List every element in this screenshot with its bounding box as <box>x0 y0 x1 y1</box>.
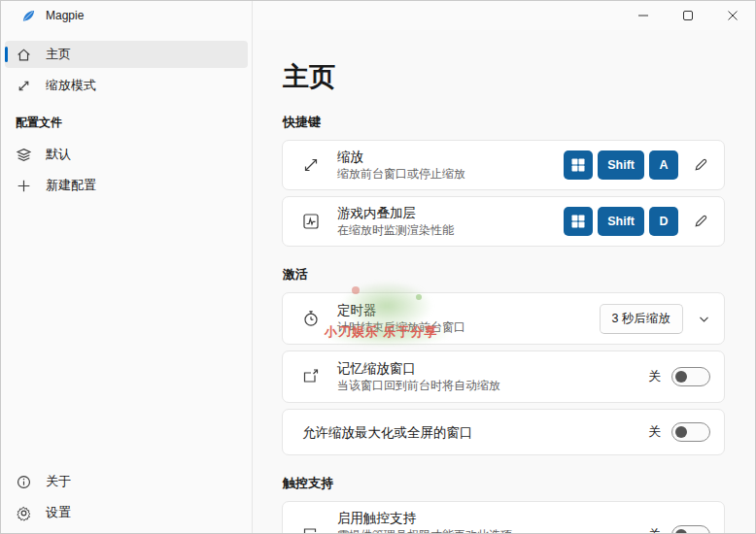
info-icon <box>16 474 32 490</box>
setting-card-remember-window: 记忆缩放窗口 当该窗口回到前台时将自动缩放 关 <box>282 350 725 403</box>
sidebar-panel: Magpie 主页 缩放模式 配置文件 <box>1 1 253 533</box>
close-button[interactable] <box>710 1 755 30</box>
card-title: 定时器 <box>337 302 465 318</box>
sidebar-item-label: 缩放模式 <box>46 77 96 94</box>
shift-key-badge: Shift <box>598 150 644 180</box>
enable-touch-toggle[interactable] <box>671 525 710 533</box>
toggle-state-label: 关 <box>648 526 661 533</box>
sidebar-item-label: 关于 <box>46 473 71 490</box>
main-content: 主页 快捷键 缩放 缩放前台窗口或停止缩放 Shift A <box>253 30 755 533</box>
edit-shortcut-button[interactable] <box>691 212 710 231</box>
sidebar-item-home[interactable]: 主页 <box>5 41 248 68</box>
sidebar-item-default-profile[interactable]: 默认 <box>5 141 248 168</box>
edit-shortcut-button[interactable] <box>691 155 710 175</box>
magpie-logo-icon <box>21 9 36 23</box>
card-title: 允许缩放最大化或全屏的窗口 <box>302 424 473 441</box>
window-arrow-icon <box>301 367 321 386</box>
section-activation: 激活 <box>283 266 725 284</box>
toggle-state-label: 关 <box>648 423 661 441</box>
card-subtitle: 当该窗口回到前台时将自动缩放 <box>337 379 500 393</box>
section-touch-support: 触控支持 <box>283 475 725 492</box>
overlay-chart-icon <box>301 212 321 231</box>
card-title: 记忆缩放窗口 <box>337 360 500 377</box>
letter-key-badge: D <box>649 207 678 236</box>
card-subtitle: 缩放前台窗口或停止缩放 <box>337 167 465 182</box>
card-title: 缩放 <box>337 149 465 165</box>
setting-card-overlay-shortcut: 游戏内叠加层 在缩放时监测渲染性能 Shift D <box>282 196 725 247</box>
setting-card-zoom-shortcut: 缩放 缩放前台窗口或停止缩放 Shift A <box>282 140 725 190</box>
remember-window-toggle[interactable] <box>671 367 710 386</box>
titlebar-right <box>253 1 755 30</box>
content-panel: 主页 快捷键 缩放 缩放前台窗口或停止缩放 Shift A <box>253 1 755 533</box>
chevron-down-icon[interactable] <box>698 313 710 325</box>
setting-card-enable-touch: 启用触控支持 需提供管理员权限才能更改此选项 了解更多 关 <box>282 501 725 533</box>
sidebar-section-profiles: 配置文件 <box>4 101 249 139</box>
shift-key-badge: Shift <box>598 207 644 236</box>
zoom-mode-icon <box>16 78 32 94</box>
sidebar-nav: 主页 缩放模式 配置文件 默认 <box>1 30 252 533</box>
sidebar-item-label: 设置 <box>46 504 71 521</box>
setting-card-allow-fullscreen: 允许缩放最大化或全屏的窗口 关 <box>282 409 725 455</box>
maximize-button[interactable] <box>666 1 710 30</box>
plus-icon <box>16 178 32 194</box>
sidebar-item-settings[interactable]: 设置 <box>5 499 248 526</box>
sidebar-item-label: 默认 <box>46 146 71 163</box>
layers-icon <box>16 147 32 163</box>
windows-key-badge <box>564 150 593 180</box>
card-subtitle: 在缩放时监测渲染性能 <box>337 223 454 238</box>
sidebar-item-new-profile[interactable]: 新建配置 <box>5 172 248 199</box>
timer-duration-dropdown[interactable]: 3 秒后缩放 <box>600 304 683 334</box>
sidebar-item-about[interactable]: 关于 <box>5 468 248 495</box>
card-subtitle: 计时结束后缩放前台窗口 <box>337 320 465 335</box>
app-title: Magpie <box>46 9 84 22</box>
card-title: 游戏内叠加层 <box>337 205 454 221</box>
setting-card-timer: 定时器 计时结束后缩放前台窗口 3 秒后缩放 <box>282 292 725 345</box>
minimize-button[interactable] <box>621 1 666 30</box>
selection-indicator <box>5 47 8 62</box>
page-title: 主页 <box>283 61 725 92</box>
sidebar-item-label: 新建配置 <box>46 177 96 194</box>
gear-icon <box>16 505 32 521</box>
allow-fullscreen-toggle[interactable] <box>671 422 710 442</box>
card-subtitle: 需提供管理员权限才能更改此选项 <box>337 528 512 533</box>
titlebar-left: Magpie <box>1 1 252 30</box>
touch-icon <box>301 525 321 533</box>
card-title: 启用触控支持 <box>337 510 512 526</box>
sidebar-item-zoom-mode[interactable]: 缩放模式 <box>5 72 248 99</box>
sidebar-item-label: 主页 <box>46 46 71 63</box>
magpie-window: Magpie 主页 缩放模式 配置文件 <box>0 0 756 534</box>
windows-key-badge <box>564 207 593 236</box>
home-icon <box>16 47 32 63</box>
letter-key-badge: A <box>649 150 678 180</box>
resize-diagonal-icon <box>301 155 321 175</box>
sidebar-spacer <box>4 201 249 466</box>
stopwatch-icon <box>301 309 321 328</box>
section-shortcuts: 快捷键 <box>283 114 725 131</box>
toggle-state-label: 关 <box>648 368 661 385</box>
